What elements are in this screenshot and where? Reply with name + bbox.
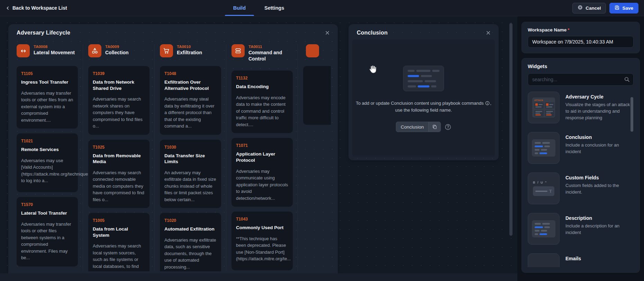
save-button[interactable]: Save	[609, 3, 638, 13]
technique-card-T1020[interactable]: T1020Automated ExfiltrationAdversaries m…	[160, 213, 221, 271]
technique-card-T1570[interactable]: T1570Lateral Tool TransferAdversaries ma…	[17, 197, 78, 266]
canvas-bottom-strip	[0, 273, 517, 281]
workspace-name-card: Workspace Name*	[521, 22, 640, 53]
tactic-column-partial	[303, 44, 331, 271]
save-icon	[615, 5, 619, 11]
workspace-canvas[interactable]: Adversary Lifecycle TA0008Lateral Moveme…	[0, 16, 517, 281]
copy-icon[interactable]	[428, 122, 441, 132]
tactic-labels: TA0011Command and Control	[248, 44, 293, 62]
widget-list-item-description[interactable]: DescriptionInclude a description for an …	[528, 213, 634, 245]
widget-title: Description	[565, 215, 634, 221]
tactic-id: TA0008	[34, 45, 75, 49]
technique-title: Commonly Used Port	[236, 225, 288, 231]
technique-title: Remote Services	[21, 147, 73, 153]
adversary-lifecycle-close-icon[interactable]	[324, 30, 330, 36]
tactic-name: Exfiltration	[177, 49, 202, 56]
tab-build[interactable]: Build	[232, 0, 247, 16]
tab-settings[interactable]: Settings	[263, 0, 285, 16]
tactic-column-TA0010: TA0010ExfiltrationT1048Exfiltration Over…	[160, 44, 226, 271]
conclusion-close-icon[interactable]	[485, 30, 491, 36]
technique-id: T1105	[21, 71, 73, 76]
back-to-workspace-list-button[interactable]: Back to Workspace List	[6, 5, 67, 11]
tactic-header-TA0010: TA0010Exfiltration	[160, 44, 221, 57]
technique-card-partial[interactable]	[303, 66, 331, 125]
technique-card-T1048[interactable]: T1048Exfiltration Over Alternative Proto…	[160, 66, 221, 135]
tactic-id: TA0009	[105, 45, 129, 49]
widget-list-scrollbar-thumb[interactable]	[631, 97, 633, 132]
technique-id: T1570	[21, 202, 73, 207]
technique-title: Lateral Tool Transfer	[21, 210, 73, 216]
tactic-name: Collection	[105, 49, 129, 56]
technique-card-T1105[interactable]: T1105Ingress Tool TransferAdversaries ma…	[17, 66, 78, 129]
tactic-header-TA0009: TA0009Collection	[88, 44, 149, 57]
technique-id: T1132	[236, 76, 288, 81]
cancel-button[interactable]: Cancel	[572, 3, 606, 13]
field-name-label: Conclusion	[396, 122, 428, 132]
conclusion-title: Conclusion	[357, 30, 388, 36]
technique-title: Data from Network Shared Drive	[93, 79, 145, 91]
adversary-lifecycle-widget[interactable]: Adversary Lifecycle TA0008Lateral Moveme…	[9, 25, 337, 273]
technique-description: Adversaries may search network shares on…	[93, 96, 145, 130]
technique-title: Application Layer Protocol	[236, 151, 288, 163]
widget-info: Adversary CycleVisualize the stages of a…	[565, 92, 634, 121]
info-icon[interactable]	[485, 101, 490, 106]
technique-description: An adversary may exfiltrate data in fixe…	[164, 169, 217, 203]
widget-info: Custom FieldsCustom fields added to the …	[565, 172, 634, 196]
tactic-labels: TA0008Lateral Movement	[34, 44, 75, 56]
tactic-id: TA0010	[177, 45, 202, 49]
tactic-column-TA0008: TA0008Lateral MovementT1105Ingress Tool …	[17, 44, 83, 271]
technique-card-T1132[interactable]: T1132Data EncodingAdversaries may encode…	[232, 71, 293, 133]
widget-thumbnail-emails-icon	[528, 253, 560, 267]
widgets-heading: Widgets	[528, 64, 634, 69]
chevron-left-icon	[6, 6, 10, 10]
technique-id: T1071	[236, 143, 288, 148]
technique-title: Data Encoding	[236, 84, 288, 90]
technique-card-T1071[interactable]: T1071Application Layer ProtocolAdversari…	[232, 138, 293, 207]
conclusion-empty-state: To add or update Conclusion content usin…	[352, 39, 495, 157]
tactic-name: Command and Control	[248, 49, 293, 62]
technique-title: Data from Removable Media	[93, 153, 145, 165]
technique-card-T1005[interactable]: T1005Data from Local SystemAdversaries m…	[88, 213, 149, 271]
technique-card-T1021[interactable]: T1021Remote ServicesAdversaries may use …	[17, 133, 78, 192]
technique-description: **This technique has been deprecated. Pl…	[236, 235, 288, 262]
widget-list-item-emails[interactable]: Emails	[528, 253, 634, 267]
technique-id: T1025	[93, 145, 145, 150]
technique-title: Ingress Tool Transfer	[21, 79, 73, 85]
conclusion-widget[interactable]: Conclusion To add or update Conclusion c…	[349, 25, 498, 160]
technique-title: Data from Local System	[93, 226, 145, 238]
help-icon[interactable]	[445, 124, 451, 130]
cancel-label: Cancel	[586, 6, 601, 11]
technique-card-T1039[interactable]: T1039Data from Network Shared DriveAdver…	[88, 66, 149, 135]
widgets-card: Widgets ATTACKAdversary CycleVisualize t…	[521, 58, 640, 273]
server-stack-icon	[232, 44, 245, 57]
conclusion-instruction: To add or update Conclusion content usin…	[352, 100, 495, 114]
widget-title: Conclusion	[565, 134, 634, 140]
technique-id: T1030	[164, 145, 217, 150]
workspace-name-input[interactable]	[528, 36, 634, 48]
widget-search-input[interactable]	[528, 73, 634, 86]
technique-id: T1021	[21, 139, 73, 143]
widget-thumbnail-fields-icon: B / U "​T	[528, 172, 560, 204]
technique-card-T1030[interactable]: T1030Data Transfer Size LimitsAn adversa…	[160, 140, 221, 208]
technique-id: T1048	[164, 71, 217, 76]
technique-description: Adversaries may exfiltrate data, such as…	[164, 237, 217, 271]
technique-description: Adversaries may transfer tools or other …	[21, 90, 73, 124]
back-label: Back to Workspace List	[12, 5, 67, 11]
widget-info: ConclusionInclude a conclusion for an in…	[565, 132, 634, 155]
widget-list-item-custom-fields[interactable]: B / U "​TCustom FieldsCustom fields adde…	[528, 172, 634, 204]
technique-title: Exfiltration Over Alternative Protocol	[164, 79, 217, 91]
tactic-labels: TA0010Exfiltration	[177, 44, 202, 56]
canvas-scrollbar-thumb[interactable]	[509, 23, 513, 236]
technique-id: T1043	[236, 217, 288, 222]
widget-list-item-conclusion[interactable]: ConclusionInclude a conclusion for an in…	[528, 132, 634, 164]
widget-info: Emails	[565, 253, 634, 261]
technique-card-T1043[interactable]: T1043Commonly Used Port**This technique …	[232, 212, 293, 270]
widget-list-item-adversary-cycle[interactable]: ATTACKAdversary CycleVisualize the stage…	[528, 92, 634, 123]
technique-description: Adversaries may encode data to make the …	[236, 94, 288, 128]
build-settings-tabs: BuildSettings	[232, 0, 285, 16]
canvas-scrollbar[interactable]	[509, 20, 513, 271]
technique-card-T1025[interactable]: T1025Data from Removable MediaAdversarie…	[88, 140, 149, 208]
tactic-column-TA0009: TA0009CollectionT1039Data from Network S…	[88, 44, 155, 271]
search-icon	[624, 76, 630, 84]
technique-description: Adversaries may use [Valid Accounts] (ht…	[21, 157, 73, 184]
